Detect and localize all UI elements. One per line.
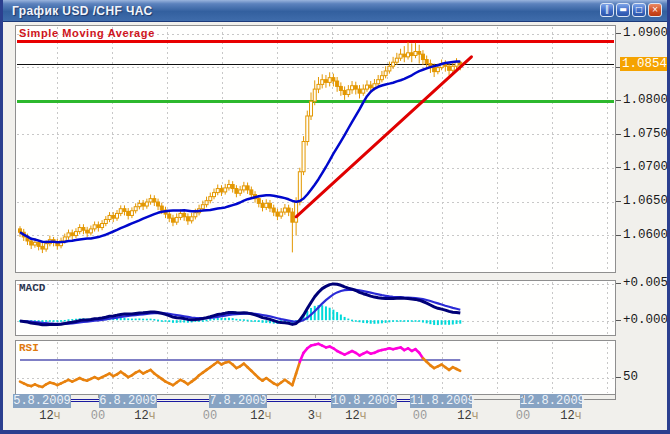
date-connector-line: [582, 399, 615, 402]
macd-panel[interactable]: MACD: [15, 280, 616, 336]
time-tick-label: 12ч: [134, 409, 156, 423]
close-button[interactable]: ×: [648, 3, 662, 17]
rsi-indicator-label: RSI: [19, 342, 39, 354]
rsi-panel[interactable]: RSI: [15, 340, 616, 395]
axis-corner-line: [615, 388, 616, 400]
time-tick-mark: [420, 395, 421, 398]
window-title: График USD /CHF ЧАС: [3, 4, 153, 18]
price-axis-label: 1.0600: [623, 228, 668, 242]
price-axis-label: 1.0750: [623, 127, 668, 141]
window-controls: ‖▬□×: [600, 3, 662, 17]
time-tick-label: 12ч: [39, 409, 61, 423]
price-axis-tick: [616, 167, 621, 168]
time-tick-mark: [523, 395, 524, 398]
time-tick-mark: [315, 395, 316, 398]
date-label: 12.8.2009: [520, 394, 582, 408]
price-axis-tick: [616, 235, 621, 236]
sma-indicator-label: Simple Moving Average: [19, 27, 155, 39]
time-tick-label: 00: [203, 409, 217, 423]
minimize-button[interactable]: ▬: [616, 3, 630, 17]
time-tick-label: 12ч: [560, 409, 582, 423]
time-tick-label: 3ч: [308, 409, 322, 423]
time-tick-mark: [98, 395, 99, 398]
candlestick-chart: [16, 26, 615, 272]
time-tick-mark: [468, 395, 469, 398]
time-tick-mark: [261, 395, 262, 398]
price-axis-tick: [616, 33, 621, 34]
price-axis-tick: [616, 100, 621, 101]
time-tick-mark: [210, 395, 211, 398]
date-label: 10.8.2009: [331, 394, 397, 408]
time-tick-mark: [50, 395, 51, 398]
date-label: 6.8.2009: [99, 394, 157, 408]
date-connector-line: [397, 399, 410, 402]
time-tick-label: 12ч: [345, 409, 367, 423]
time-tick-mark: [145, 395, 146, 398]
price-axis-tick: [616, 134, 621, 135]
restore-button[interactable]: □: [632, 3, 646, 17]
date-label: 7.8.2009: [209, 394, 267, 408]
date-connector-line: [157, 399, 209, 402]
price-axis-label: 1.0800: [623, 93, 668, 107]
title-bar[interactable]: График USD /CHF ЧАС ‖▬□×: [3, 0, 667, 22]
date-label: 5.8.2009: [13, 394, 71, 408]
macd-chart: [16, 281, 615, 335]
time-tick-mark: [571, 395, 572, 398]
price-axis-label: 1.0700: [623, 160, 668, 174]
macd-indicator-label: MACD: [19, 282, 45, 294]
macd-axis-label: +0.005: [623, 276, 668, 290]
macd-axis-tick: [616, 320, 621, 321]
rsi-axis-label: 50: [623, 370, 638, 384]
time-tick-label: 12ч: [457, 409, 479, 423]
price-axis-tick: [616, 201, 621, 202]
pause-button[interactable]: ‖: [600, 3, 614, 17]
rsi-chart: [16, 341, 615, 394]
price-chart-panel[interactable]: Simple Moving Average: [15, 25, 616, 273]
macd-axis-tick: [616, 283, 621, 284]
time-tick-label: 00: [91, 409, 105, 423]
macd-axis-label: +0.000: [623, 313, 668, 327]
rsi-axis-tick: [616, 377, 621, 378]
time-tick-label: 00: [413, 409, 427, 423]
price-axis-label: 1.0650: [623, 194, 668, 208]
date-connector-line: [472, 399, 520, 402]
time-tick-label: 12ч: [250, 409, 272, 423]
date-connector-line: [71, 399, 99, 402]
chart-window: График USD /CHF ЧАС ‖▬□× Simple Moving A…: [0, 0, 670, 434]
current-price-badge: 1.0854: [620, 57, 669, 71]
time-tick-label: 00: [516, 409, 530, 423]
time-tick-mark: [356, 395, 357, 398]
price-axis-label: 1.0900: [623, 26, 668, 40]
date-connector-line: [267, 399, 331, 402]
